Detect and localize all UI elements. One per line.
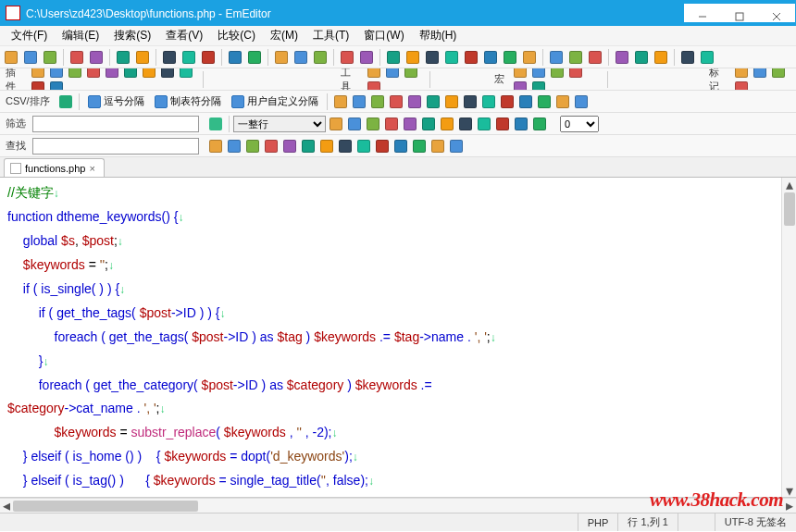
plugin-p10-icon[interactable] xyxy=(30,80,46,92)
menu-window[interactable]: 窗口(W) xyxy=(356,26,411,45)
scroll-left-icon[interactable]: ◂ xyxy=(0,499,13,513)
sort-s8-icon[interactable] xyxy=(462,93,479,110)
find-next-icon[interactable] xyxy=(448,138,465,155)
filteropt-w-icon[interactable] xyxy=(420,116,437,132)
filter-input[interactable] xyxy=(32,116,199,132)
macro-cursor-icon[interactable] xyxy=(549,68,566,80)
maximize-button[interactable] xyxy=(721,4,758,30)
find-esc-icon[interactable] xyxy=(355,138,372,155)
sort-s14-icon[interactable] xyxy=(573,93,590,110)
filter-count-select[interactable]: 0 xyxy=(560,116,599,132)
main-win6-icon[interactable] xyxy=(463,49,479,66)
filter-go-icon[interactable] xyxy=(207,116,224,132)
find-regex-icon[interactable] xyxy=(337,138,354,155)
main-preview-icon[interactable] xyxy=(115,49,131,66)
main-find-prev-icon[interactable] xyxy=(292,49,309,66)
sort-s11-icon[interactable] xyxy=(517,93,534,110)
scroll-down-icon[interactable]: ▾ xyxy=(782,484,796,497)
csv-comma[interactable]: 逗号分隔 xyxy=(84,93,148,110)
scroll-thumb-h[interactable] xyxy=(13,501,198,512)
sort-s6-icon[interactable] xyxy=(425,93,442,110)
plugin-p7-icon[interactable] xyxy=(141,68,157,80)
sort-s10-icon[interactable] xyxy=(499,93,516,110)
sort-s5-icon[interactable] xyxy=(406,93,423,110)
scroll-right-icon[interactable]: ▸ xyxy=(783,499,796,513)
main-win4-icon[interactable] xyxy=(424,49,441,66)
filteropt-Aa-icon[interactable] xyxy=(328,116,344,132)
macro-cfg-icon[interactable] xyxy=(567,68,584,80)
filteropt-.?-icon[interactable] xyxy=(346,116,363,132)
menu-search[interactable]: 搜索(S) xyxy=(106,26,158,45)
main-play-step-icon[interactable] xyxy=(679,49,696,66)
plugin-p3-icon[interactable] xyxy=(67,68,83,80)
filteropt-chip-icon[interactable] xyxy=(531,116,548,132)
plugin-p4-icon[interactable] xyxy=(85,68,102,80)
main-save-icon[interactable] xyxy=(68,49,85,66)
main-open-icon[interactable] xyxy=(42,49,58,66)
main-cfg2-icon[interactable] xyxy=(567,49,584,66)
filteropt-n-icon[interactable] xyxy=(402,116,418,132)
filteropt-filter-icon[interactable] xyxy=(476,116,492,132)
main-find-icon[interactable] xyxy=(246,49,263,66)
scroll-thumb-v[interactable] xyxy=(784,192,795,226)
main-filter-icon[interactable] xyxy=(339,49,355,66)
tool-app-icon[interactable] xyxy=(384,68,401,80)
mark-m2-icon[interactable] xyxy=(752,68,768,80)
tool-ie-icon[interactable] xyxy=(366,68,382,80)
main-win5-icon[interactable] xyxy=(443,49,460,66)
main-undo-icon[interactable] xyxy=(200,49,217,66)
plugin-p11-icon[interactable] xyxy=(48,80,65,92)
plugin-p8-icon[interactable] xyxy=(159,68,176,80)
mark-m3-icon[interactable] xyxy=(770,68,787,80)
find-down-icon[interactable] xyxy=(263,138,280,155)
sort-s3-icon[interactable] xyxy=(369,93,386,110)
menu-compare[interactable]: 比较(C) xyxy=(210,26,263,45)
main-macro-icon[interactable] xyxy=(614,49,630,66)
macro-mplay-icon[interactable] xyxy=(530,68,547,80)
find-up-icon[interactable] xyxy=(244,138,261,155)
macro-sigma-icon[interactable] xyxy=(512,68,529,80)
menu-macro[interactable]: 宏(M) xyxy=(263,26,305,45)
macro-refresh-icon[interactable] xyxy=(530,80,547,92)
find-go-icon[interactable] xyxy=(207,138,224,155)
main-find-next-icon[interactable] xyxy=(273,49,290,66)
main-paste-icon[interactable] xyxy=(180,49,197,66)
scrollbar-vertical[interactable]: ▴ ▾ xyxy=(781,178,796,497)
menu-tools[interactable]: 工具(T) xyxy=(305,26,356,45)
minimize-button[interactable] xyxy=(684,4,721,30)
main-cfg3-icon[interactable] xyxy=(587,49,603,66)
filteropt-lock-icon[interactable] xyxy=(494,116,511,132)
main-cfg1-icon[interactable] xyxy=(548,49,565,66)
find-close-icon[interactable] xyxy=(226,138,243,155)
tool-cmd-icon[interactable] xyxy=(403,68,419,80)
find-n-icon[interactable] xyxy=(374,138,391,155)
plugin-p5-icon[interactable] xyxy=(104,68,120,80)
main-play-icon[interactable] xyxy=(653,49,669,66)
main-container-icon[interactable] xyxy=(633,49,650,66)
main-new-drop-icon[interactable] xyxy=(22,49,39,66)
csv-tab[interactable]: 制表符分隔 xyxy=(151,93,225,110)
main-arrow-icon[interactable] xyxy=(521,49,538,66)
close-button[interactable] xyxy=(758,4,795,30)
main-replace-icon[interactable] xyxy=(312,49,329,66)
macro-popup-icon[interactable] xyxy=(512,80,529,92)
mark-m4-icon[interactable] xyxy=(733,80,750,92)
find-bulb-icon[interactable] xyxy=(281,138,298,155)
plugin-p9-icon[interactable] xyxy=(178,68,194,80)
main-win1-icon[interactable] xyxy=(358,49,375,66)
find-input[interactable] xyxy=(32,138,199,155)
menu-edit[interactable]: 编辑(E) xyxy=(55,26,106,45)
plugin-p2-icon[interactable] xyxy=(48,68,65,80)
find-Aa-icon[interactable] xyxy=(300,138,317,155)
sort-s7-icon[interactable] xyxy=(443,93,460,110)
main-tile-icon[interactable] xyxy=(482,49,499,66)
main-new-icon[interactable] xyxy=(3,49,19,66)
mark-m1-icon[interactable] xyxy=(733,68,750,80)
main-win3-icon[interactable] xyxy=(404,49,421,66)
sort-s9-icon[interactable] xyxy=(480,93,497,110)
find-go2-icon[interactable] xyxy=(411,138,428,155)
sort-s13-icon[interactable] xyxy=(554,93,571,110)
sort-s12-icon[interactable] xyxy=(536,93,553,110)
filter-scope-select[interactable]: 一整行 xyxy=(233,116,326,132)
sort-s4-icon[interactable] xyxy=(388,93,404,110)
